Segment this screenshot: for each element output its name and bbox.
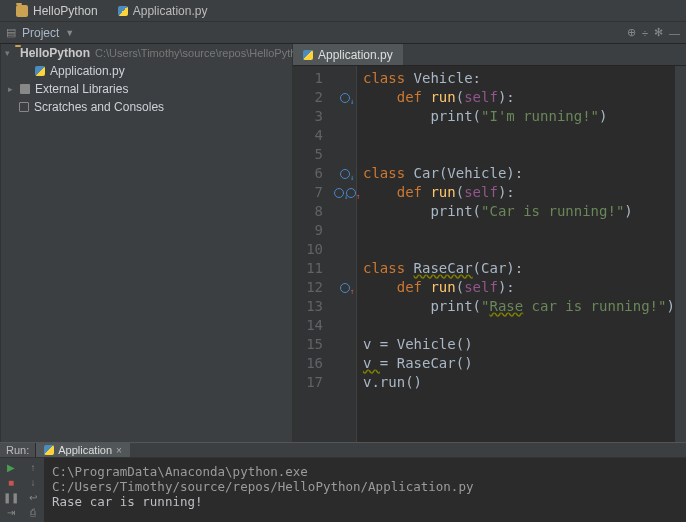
settings-icon[interactable]: ✻ [654,26,663,39]
tree-root-path: C:\Users\Timothy\source\repos\HelloPytho… [95,47,309,59]
override-up-icon[interactable] [340,283,350,293]
editor-scrollbar[interactable] [675,66,686,442]
editor-tab[interactable]: Application.py [293,44,403,65]
python-icon [303,50,313,60]
project-tab[interactable]: HelloPython [6,2,108,20]
file-tab-label: Application.py [133,4,208,18]
up-icon[interactable]: ↑ [31,462,36,473]
library-icon [20,84,30,94]
run-header: Run: Application × [0,443,686,458]
tree-ext-label: External Libraries [35,82,128,96]
code-text[interactable]: class Vehicle: def run(self): print("I'm… [357,66,675,442]
project-toolbar: ▤ Project ▼ ⊕ ÷ ✻ — [0,22,686,44]
run-tool-column-2: ↑ ↓ ↩ ⎙ [22,458,44,522]
run-label: Run: [0,443,36,457]
scratch-icon [19,102,29,112]
run-body: ▶ ■ ❚❚ ⇥ ↑ ↓ ↩ ⎙ C:\ProgramData\Anaconda… [0,458,686,522]
softwrap-icon[interactable]: ↩ [29,492,37,503]
project-toolwindow-label[interactable]: Project [22,26,59,40]
exit-icon[interactable]: ⇥ [7,507,15,518]
editor: Application.py 1234567891011121314151617… [293,44,686,442]
code-area[interactable]: 1234567891011121314151617 class Vehicle:… [293,66,686,442]
line-numbers: 1234567891011121314151617 [293,66,333,442]
file-tab[interactable]: Application.py [108,2,218,20]
tree-ext-libs[interactable]: ▸ External Libraries [1,80,292,98]
run-tab-label: Application [58,444,112,456]
override-down-icon[interactable] [340,169,350,179]
main-split: ▾ HelloPython C:\Users\Timothy\source\re… [0,44,686,442]
run-panel: Run: Application × ▶ ■ ❚❚ ⇥ ↑ ↓ ↩ ⎙ C:\P… [0,442,686,522]
gutter-icons [333,66,357,442]
stop-icon[interactable]: ■ [8,477,14,488]
chevron-down-icon[interactable]: ▼ [65,28,74,38]
tree-root[interactable]: ▾ HelloPython C:\Users\Timothy\source\re… [1,44,292,62]
console-output[interactable]: C:\ProgramData\Anaconda\python.exe C:/Us… [44,458,686,522]
chevron-right-icon[interactable]: ▸ [5,84,15,94]
run-config-tab[interactable]: Application × [36,443,130,457]
print-icon[interactable]: ⎙ [30,507,36,518]
tree-root-name: HelloPython [20,46,90,60]
collapse-icon[interactable]: ÷ [642,27,648,39]
override-down-icon[interactable] [334,188,344,198]
tree-scratch-label: Scratches and Consoles [34,100,164,114]
override-up-icon[interactable] [346,188,356,198]
editor-tab-label: Application.py [318,48,393,62]
tree-file[interactable]: Application.py [1,62,292,80]
project-toolwindow-icon[interactable]: ▤ [6,26,16,39]
project-tree: ▾ HelloPython C:\Users\Timothy\source\re… [1,44,293,442]
chevron-down-icon[interactable]: ▾ [5,48,10,58]
hide-icon[interactable]: — [669,27,680,39]
tree-scratches[interactable]: Scratches and Consoles [1,98,292,116]
main-tabs: HelloPython Application.py [0,0,686,22]
python-icon [35,66,45,76]
console-cmd: C:\ProgramData\Anaconda\python.exe C:/Us… [52,464,678,494]
python-icon [118,6,128,16]
tree-file-label: Application.py [50,64,125,78]
editor-tabs: Application.py [293,44,686,66]
down-icon[interactable]: ↓ [31,477,36,488]
rerun-icon[interactable]: ▶ [7,462,15,473]
close-icon[interactable]: × [116,445,122,456]
console-line: Rase car is running! [52,494,678,509]
python-icon [44,445,54,455]
folder-icon [16,5,28,17]
override-down-icon[interactable] [340,93,350,103]
locate-icon[interactable]: ⊕ [627,26,636,39]
run-tool-column: ▶ ■ ❚❚ ⇥ [0,458,22,522]
pause-icon[interactable]: ❚❚ [3,492,19,503]
project-tab-label: HelloPython [33,4,98,18]
